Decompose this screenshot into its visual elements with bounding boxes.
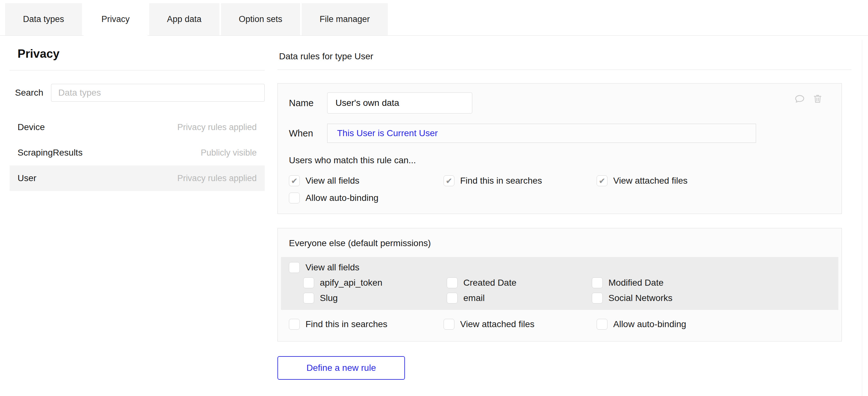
search-row: Search [9,84,265,102]
perm-view-all-fields[interactable]: View all fields [289,175,443,186]
rule-permissions-grid: View all fields Find this in searches Vi… [289,175,830,204]
sidebar-divider [9,70,265,70]
tab-privacy[interactable]: Privacy [84,3,148,35]
data-type-list: Device Privacy rules applied ScrapingRes… [9,115,265,191]
checkbox-icon[interactable] [447,277,458,288]
checkbox-icon[interactable] [592,277,603,288]
search-label: Search [15,88,43,98]
checkbox-icon[interactable] [289,192,300,204]
field-label: email [463,293,485,303]
perm-label: View attached files [613,176,687,186]
privacy-sidebar: Privacy Search Device Privacy rules appl… [9,47,265,191]
checkbox-icon[interactable] [597,319,608,330]
checkbox-icon[interactable] [443,319,455,330]
data-type-name: Device [18,122,45,132]
rule-card-actions [794,93,823,104]
perm-view-attached-files[interactable]: View attached files [597,175,830,186]
perm-label: Allow auto-binding [613,319,686,329]
when-condition-text: This User is Current User [337,128,438,139]
checkbox-icon[interactable] [597,175,608,186]
field-label: Social Networks [609,293,673,303]
perm-label: Find this in searches [306,319,388,329]
rule-name-row: Name [289,92,830,114]
delete-rule-icon[interactable] [812,93,823,104]
data-type-status: Privacy rules applied [177,174,257,183]
rule-when-row: When This User is Current User [289,124,830,143]
checkbox-icon[interactable] [289,175,300,186]
checkbox-icon[interactable] [303,277,314,288]
search-input[interactable] [51,84,265,102]
field-label: Modified Date [609,278,663,288]
tab-data-types[interactable]: Data types [5,3,82,35]
checkbox-icon[interactable] [443,175,455,186]
field-label: Created Date [463,278,517,288]
field-email[interactable]: email [447,293,592,304]
perm-allow-auto-binding[interactable]: Allow auto-binding [289,192,443,204]
list-item-device[interactable]: Device Privacy rules applied [9,115,265,140]
default-allow-auto-binding[interactable]: Allow auto-binding [597,319,830,330]
checkbox-icon[interactable] [289,262,300,273]
page-title: Privacy [18,47,265,61]
field-social-networks[interactable]: Social Networks [592,293,830,304]
perm-label: Find this in searches [460,176,542,186]
default-find-in-searches[interactable]: Find this in searches [289,319,443,330]
perm-label: Allow auto-binding [306,193,378,203]
tab-bar: Data types Privacy App data Option sets … [0,0,868,36]
list-item-scrapingresults[interactable]: ScrapingResults Publicly visible [9,140,265,165]
default-permissions-grid: Find this in searches View attached file… [289,319,830,330]
data-type-status: Publicly visible [200,148,257,158]
default-view-attached-files[interactable]: View attached files [443,319,597,330]
checkbox-icon[interactable] [447,293,458,304]
data-rules-panel: Data rules for type User Name When This … [277,51,851,380]
define-new-rule-button[interactable]: Define a new rule [277,356,405,380]
perm-label: View all fields [306,263,360,273]
privacy-rule-card: Name When This User is Current User User… [277,83,842,214]
perm-label: View all fields [306,176,360,186]
default-permissions-title: Everyone else (default permissions) [289,238,830,249]
scroll-edge-divider [862,40,862,396]
name-label: Name [289,98,327,109]
checkbox-icon[interactable] [289,319,300,330]
default-view-all-fields[interactable]: View all fields [289,262,830,273]
list-item-user[interactable]: User Privacy rules applied [9,165,265,191]
field-created-date[interactable]: Created Date [447,277,592,288]
tab-file-manager[interactable]: File manager [302,3,388,35]
perm-label: View attached files [460,319,534,329]
default-fields-panel: View all fields apify_api_token Created … [281,257,838,310]
rule-name-input[interactable] [327,92,472,114]
comment-icon[interactable] [794,93,805,104]
checkbox-icon[interactable] [592,293,603,304]
data-type-status: Privacy rules applied [177,122,257,132]
field-slug[interactable]: Slug [303,293,447,304]
rule-match-text: Users who match this rule can... [289,155,830,166]
when-label: When [289,128,327,139]
tab-app-data[interactable]: App data [149,3,219,35]
perm-find-in-searches[interactable]: Find this in searches [443,175,597,186]
field-label: Slug [320,293,338,303]
field-label: apify_api_token [320,278,382,288]
default-permissions-card: Everyone else (default permissions) View… [277,228,842,341]
data-rules-title: Data rules for type User [279,51,851,62]
checkbox-icon[interactable] [303,293,314,304]
tab-option-sets[interactable]: Option sets [221,3,300,35]
field-apify-api-token[interactable]: apify_api_token [303,277,447,288]
data-type-name: ScrapingResults [18,148,83,158]
default-fields-grid: apify_api_token Created Date Modified Da… [303,277,830,304]
when-condition-box[interactable]: This User is Current User [327,124,756,143]
main-divider [277,69,851,70]
field-modified-date[interactable]: Modified Date [592,277,830,288]
data-type-name: User [18,173,36,183]
